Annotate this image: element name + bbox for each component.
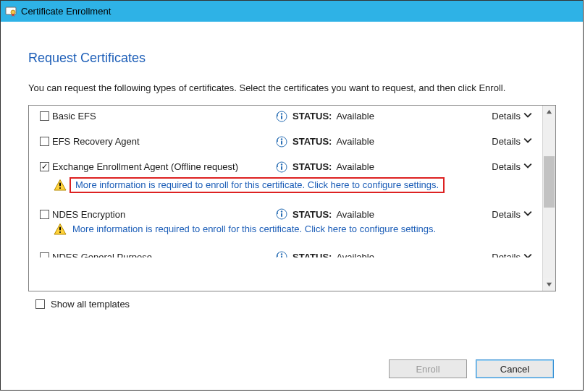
svg-rect-11	[59, 182, 61, 186]
status-value: Available	[332, 252, 492, 258]
certificate-row: EFS Recovery AgentSTATUS: AvailableDetai…	[29, 134, 542, 149]
certificate-name: Basic EFS	[52, 111, 271, 122]
scroll-thumb[interactable]	[544, 156, 555, 208]
svg-point-9	[281, 163, 282, 165]
status-label: STATUS:	[292, 209, 332, 220]
certificate-checkbox[interactable]	[40, 137, 49, 146]
window-title: Certificate Enrollment	[21, 6, 111, 17]
certificate-checkbox[interactable]	[40, 210, 49, 219]
details-toggle[interactable]: Details	[492, 209, 532, 220]
scroll-up-button[interactable]	[543, 106, 555, 118]
chevron-down-icon	[523, 136, 532, 147]
status-label: STATUS:	[292, 111, 332, 122]
info-icon	[271, 251, 292, 257]
certificate-name: Exchange Enrollment Agent (Offline reque…	[52, 161, 262, 173]
svg-rect-4	[281, 115, 282, 119]
status-label: STATUS:	[292, 161, 332, 172]
svg-rect-16	[59, 227, 61, 231]
status-value: Available	[332, 136, 492, 147]
chevron-down-icon	[523, 209, 532, 220]
certificates-list: Basic EFSSTATUS: AvailableDetailsEFS Rec…	[28, 105, 556, 291]
enroll-button[interactable]: Enroll	[389, 359, 467, 378]
svg-rect-15	[281, 213, 282, 218]
chevron-down-icon	[523, 161, 532, 172]
svg-rect-17	[59, 231, 61, 233]
svg-point-19	[281, 254, 282, 255]
details-toggle[interactable]: Details	[492, 136, 532, 147]
dialog-footer: Enroll Cancel	[389, 359, 554, 378]
enrollment-warning-row: More information is required to enroll f…	[29, 221, 542, 239]
scroll-down-button[interactable]	[543, 278, 555, 291]
svg-point-14	[281, 211, 282, 213]
show-all-templates-row: Show all templates	[28, 299, 555, 310]
details-label: Details	[492, 111, 521, 122]
status-label: STATUS:	[292, 136, 332, 147]
show-all-templates-checkbox[interactable]	[35, 299, 45, 309]
details-label: Details	[492, 161, 521, 172]
warning-icon	[54, 223, 67, 236]
details-toggle[interactable]: Details	[492, 111, 532, 122]
chevron-down-icon	[523, 252, 532, 258]
svg-rect-7	[281, 140, 282, 145]
svg-rect-20	[281, 256, 282, 258]
details-toggle[interactable]: Details	[492, 252, 532, 258]
info-icon	[271, 161, 292, 173]
certificate-row: NDES General PurposeSTATUS: AvailableDet…	[29, 249, 542, 257]
status-value: Available	[332, 161, 492, 172]
page-description: You can request the following types of c…	[28, 82, 555, 95]
certificate-name: NDES Encryption	[52, 209, 271, 220]
certificate-row: Exchange Enrollment Agent (Offline reque…	[29, 159, 542, 174]
details-label: Details	[492, 136, 521, 147]
certificate-row: NDES EncryptionSTATUS: AvailableDetails	[29, 206, 542, 221]
warning-icon	[54, 179, 67, 192]
status-value: Available	[332, 111, 492, 122]
details-toggle[interactable]: Details	[492, 161, 532, 172]
certificate-checkbox[interactable]	[40, 162, 49, 171]
details-label: Details	[492, 209, 521, 220]
certificate-name: EFS Recovery Agent	[52, 136, 271, 147]
cancel-button[interactable]: Cancel	[476, 359, 554, 378]
svg-point-3	[281, 113, 282, 114]
show-all-templates-label: Show all templates	[51, 299, 130, 310]
svg-rect-10	[281, 166, 282, 170]
certificate-row: Basic EFSSTATUS: AvailableDetails	[29, 108, 542, 124]
svg-rect-12	[59, 187, 61, 189]
enrollment-warning-row: More information is required to enroll f…	[29, 176, 542, 197]
configure-settings-link[interactable]: More information is required to enroll f…	[70, 177, 445, 194]
details-label: Details	[492, 252, 521, 258]
certificate-checkbox[interactable]	[40, 111, 49, 121]
certificate-name: NDES General Purpose	[52, 252, 271, 258]
page-title: Request Certificates	[28, 51, 555, 66]
status-label: STATUS:	[292, 252, 332, 258]
svg-point-6	[281, 138, 282, 140]
titlebar: Certificate Enrollment	[1, 1, 583, 22]
info-icon	[271, 136, 292, 148]
status-value: Available	[332, 209, 492, 220]
chevron-down-icon	[523, 111, 532, 122]
info-icon	[271, 111, 292, 122]
certificate-checkbox[interactable]	[40, 252, 49, 258]
certificate-icon	[5, 6, 17, 17]
vertical-scrollbar[interactable]	[542, 106, 555, 291]
configure-settings-link[interactable]: More information is required to enroll f…	[72, 223, 436, 236]
info-icon	[271, 208, 292, 220]
scroll-track[interactable]	[543, 118, 555, 278]
